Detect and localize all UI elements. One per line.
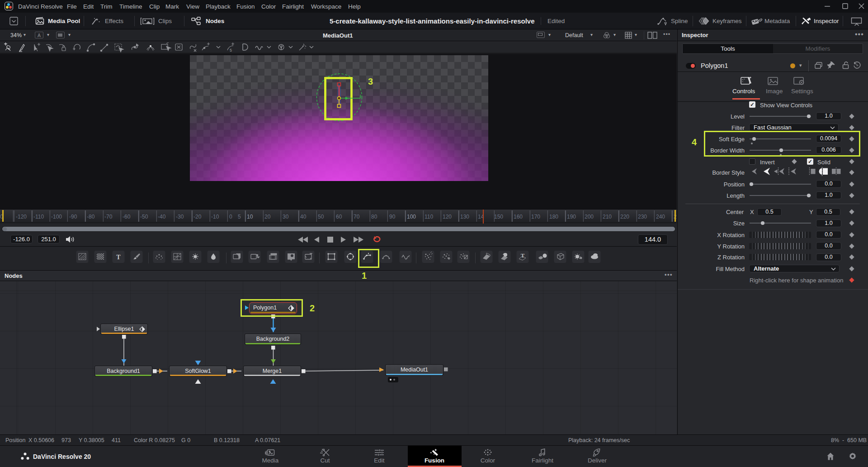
svg-text:T: T [116, 254, 121, 261]
svg-text:T: T [521, 252, 525, 259]
svg-text:5: 5 [230, 48, 232, 52]
